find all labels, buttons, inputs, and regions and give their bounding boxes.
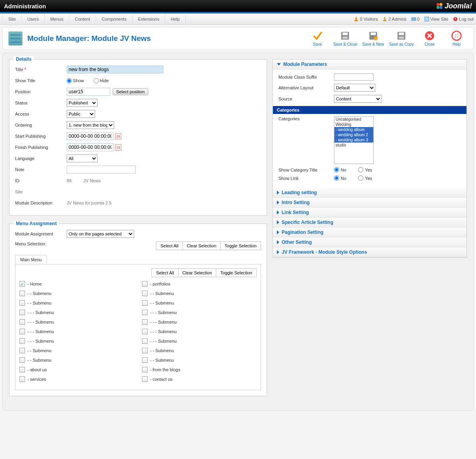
category-option[interactable]: - wedding album [334,127,373,132]
showcat-no[interactable]: No [334,167,346,172]
menu-item[interactable]: - - - Submenu [142,338,257,344]
category-option[interactable]: - wedding album 3 [334,137,373,143]
checkbox-icon[interactable] [19,291,25,296]
clearselection-button[interactable]: Clear Selection [182,241,221,250]
acc-section[interactable]: Leading setting [273,188,466,198]
category-option[interactable]: - wedding album 2 [334,132,373,137]
radio-hide[interactable]: Hide [94,78,109,83]
select-position-button[interactable]: Select position [113,88,148,95]
acc-section[interactable]: Other Setting [273,237,466,247]
menu-item[interactable]: - from the blogs [142,367,257,372]
tab-mainmenu[interactable]: Main Menu [15,255,47,264]
checkbox-icon[interactable] [142,310,148,315]
menu-item[interactable]: - - - Submenu [142,319,257,325]
menu-item[interactable]: ✓- Home [19,281,134,287]
category-option[interactable]: Uncategorised [334,117,373,122]
menu-users[interactable]: Users [22,14,45,25]
menu-item[interactable]: - - - Submenu [19,338,134,344]
menu-item[interactable]: - about us [19,367,134,372]
checkbox-icon[interactable] [19,338,25,344]
acc-section[interactable]: Specific Article Setting [273,218,466,228]
checkbox-icon[interactable] [142,357,148,363]
menu-content[interactable]: Content [69,14,96,25]
calendar-icon[interactable]: 23 [115,144,121,150]
help-button[interactable]: Help [445,31,468,46]
close-button[interactable]: Close [418,31,441,46]
tab-selectall-button[interactable]: Select All [152,268,178,277]
status-select[interactable]: Published [67,99,98,107]
ordering-select[interactable]: 1. new from the blogs [67,121,114,129]
mcs-input[interactable] [334,73,374,81]
acc-section[interactable]: Pagination Setting [273,228,466,237]
access-select[interactable]: Public [67,110,95,118]
menu-item[interactable]: - - - Submenu [142,329,257,334]
checkbox-icon[interactable] [142,367,148,372]
category-option[interactable]: Wedding [334,122,373,127]
menu-item[interactable]: - - Submenu [142,357,257,363]
save-button[interactable]: Save [306,31,328,46]
checkbox-icon[interactable] [19,357,25,363]
acc-section[interactable]: JV Framework - Module Style Options [273,247,466,257]
save-copy-button[interactable]: Save as Copy [389,31,414,46]
menu-item[interactable]: - contact us [142,376,257,382]
acc-module-params[interactable]: Module Parameters [273,60,466,69]
menu-item[interactable]: - - Submenu [142,348,257,353]
checkbox-icon[interactable] [142,300,148,306]
menu-item[interactable]: - portfolios [142,281,257,287]
checkbox-icon[interactable] [142,348,148,353]
note-input[interactable] [67,166,136,174]
checkbox-icon[interactable] [19,310,25,315]
tab-toggleselection-button[interactable]: Toggle Selection [216,268,257,277]
checkbox-icon[interactable] [19,319,25,325]
acc-section[interactable]: Link Setting [273,208,466,218]
selectall-button[interactable]: Select All [156,241,182,250]
calendar-icon[interactable]: 23 [115,133,121,139]
startpub-input[interactable] [67,132,113,140]
menu-item[interactable]: - - Submenu [142,291,257,296]
checkbox-icon[interactable] [19,376,25,382]
menu-extensions[interactable]: Extensions [132,14,165,25]
category-option[interactable]: studio [334,143,373,148]
modassign-select[interactable]: Only on the pages selected [67,230,134,238]
menu-item[interactable]: - - Submenu [142,300,257,306]
finishpub-input[interactable] [67,143,113,151]
checkbox-icon[interactable] [19,329,25,334]
toggleselection-button[interactable]: Toggle Selection [220,241,261,250]
checkbox-icon[interactable] [142,376,148,382]
checkbox-icon[interactable] [142,281,148,287]
checkbox-icon[interactable] [19,300,25,306]
title-input[interactable] [67,66,163,73]
checkbox-icon[interactable]: ✓ [19,281,25,287]
checkbox-icon[interactable] [19,367,25,372]
checkbox-icon[interactable] [142,291,148,296]
menu-item[interactable]: - - Submenu [19,300,134,306]
categories-multiselect[interactable]: UncategorisedWedding - wedding album - w… [334,116,374,164]
menu-item[interactable]: - - Submenu [19,291,134,296]
showlink-yes[interactable]: Yes [358,176,372,181]
source-select[interactable]: Content [334,95,382,103]
menu-components[interactable]: Components [96,14,132,25]
checkbox-icon[interactable] [142,319,148,325]
menu-item[interactable]: - - - Submenu [19,310,134,315]
save-new-button[interactable]: +Save & New [362,31,384,46]
status-messages[interactable]: 0 [411,17,420,21]
checkbox-icon[interactable] [142,338,148,344]
menu-menus[interactable]: Menus [45,14,69,25]
showcat-yes[interactable]: Yes [358,167,372,172]
menu-item[interactable]: - - Submenu [19,348,134,353]
alt-select[interactable]: Default [334,84,375,92]
menu-help[interactable]: Help [165,14,186,25]
checkbox-icon[interactable] [19,348,25,353]
checkbox-icon[interactable] [142,329,148,334]
logout-link[interactable]: Log out [453,17,474,21]
save-close-button[interactable]: Save & Close [333,31,357,46]
menu-item[interactable]: - - Submenu [19,357,134,363]
menu-item[interactable]: - - - Submenu [19,329,134,334]
menu-item[interactable]: - - - Submenu [142,310,257,315]
menu-item[interactable]: - services [19,376,134,382]
menu-item[interactable]: - - - Submenu [19,319,134,325]
position-input[interactable] [67,88,110,96]
acc-section[interactable]: Intro Setting [273,198,466,208]
radio-show[interactable]: Show [67,78,84,83]
language-select[interactable]: All [67,154,98,162]
